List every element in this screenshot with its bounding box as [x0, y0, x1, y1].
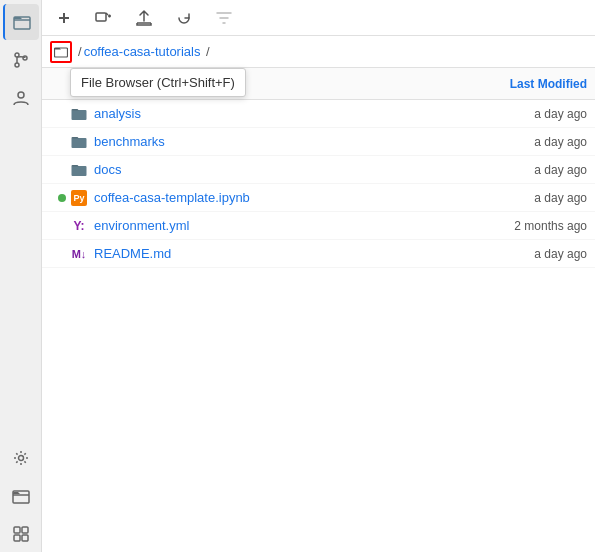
- file-name: README.md: [94, 246, 467, 261]
- file-row[interactable]: M↓ README.md a day ago: [42, 240, 595, 268]
- folder-icon: [70, 161, 88, 179]
- svg-rect-11: [96, 13, 106, 21]
- folder-icon: [70, 133, 88, 151]
- file-header-modified[interactable]: Last Modified: [467, 77, 587, 91]
- file-modified: 2 months ago: [467, 219, 587, 233]
- sidebar-icon-git[interactable]: [3, 42, 39, 78]
- file-row[interactable]: benchmarks a day ago: [42, 128, 595, 156]
- yaml-icon: Y:: [70, 217, 88, 235]
- svg-rect-9: [14, 535, 20, 541]
- upload-button[interactable]: [130, 4, 158, 32]
- svg-rect-10: [22, 535, 28, 541]
- toolbar: [42, 0, 595, 36]
- breadcrumb-path[interactable]: coffea-casa-tutorials: [84, 44, 201, 59]
- breadcrumb-folder-icon[interactable]: [50, 41, 72, 63]
- svg-point-4: [18, 92, 24, 98]
- sidebar-icon-folder[interactable]: [3, 478, 39, 514]
- file-name: coffea-casa-template.ipynb: [94, 190, 467, 205]
- main-content: / coffea-casa-tutorials / File Browser (…: [42, 0, 595, 552]
- file-list: analysis a day ago benchmarks a day ago: [42, 100, 595, 552]
- svg-point-5: [18, 456, 23, 461]
- sidebar-icon-settings[interactable]: [3, 440, 39, 476]
- file-modified: a day ago: [467, 135, 587, 149]
- sidebar-icon-extensions[interactable]: [3, 516, 39, 552]
- svg-rect-14: [72, 138, 87, 148]
- markdown-icon: M↓: [70, 245, 88, 263]
- notebook-icon: Py: [70, 189, 88, 207]
- refresh-button[interactable]: [170, 4, 198, 32]
- file-modified: a day ago: [467, 163, 587, 177]
- new-folder-button[interactable]: [50, 4, 78, 32]
- file-row[interactable]: Py coffea-casa-template.ipynb a day ago: [42, 184, 595, 212]
- file-row[interactable]: analysis a day ago: [42, 100, 595, 128]
- file-name: analysis: [94, 106, 467, 121]
- svg-rect-8: [22, 527, 28, 533]
- breadcrumb: / coffea-casa-tutorials / File Browser (…: [42, 36, 595, 68]
- file-name: benchmarks: [94, 134, 467, 149]
- breadcrumb-sep-right: /: [202, 44, 209, 59]
- breadcrumb-sep-left: /: [78, 44, 82, 59]
- new-file-button[interactable]: [90, 4, 118, 32]
- sidebar: [0, 0, 42, 552]
- file-modified: a day ago: [467, 107, 587, 121]
- file-modified: a day ago: [467, 191, 587, 205]
- sidebar-icon-filebrowser[interactable]: [3, 4, 39, 40]
- active-dot: [58, 194, 66, 202]
- file-modified: a day ago: [467, 247, 587, 261]
- file-browser-tooltip: File Browser (Ctrl+Shift+F): [70, 68, 246, 97]
- file-name: environment.yml: [94, 218, 467, 233]
- svg-point-2: [15, 63, 19, 67]
- folder-icon: [70, 105, 88, 123]
- svg-rect-7: [14, 527, 20, 533]
- file-row[interactable]: Y: environment.yml 2 months ago: [42, 212, 595, 240]
- sidebar-icon-user[interactable]: [3, 80, 39, 116]
- filter-button[interactable]: [210, 4, 238, 32]
- svg-rect-13: [72, 110, 87, 120]
- svg-rect-15: [72, 166, 87, 176]
- file-name: docs: [94, 162, 467, 177]
- file-row[interactable]: docs a day ago: [42, 156, 595, 184]
